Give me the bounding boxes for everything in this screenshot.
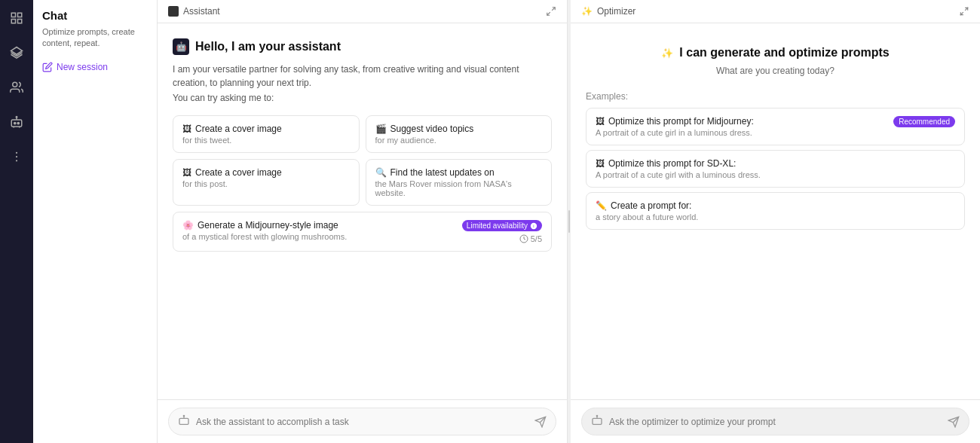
optimizer-greeting: ✨ I can generate and optimize prompts	[661, 46, 889, 60]
examples-section: Examples: 🖼 Optimize this prompt for Mid…	[586, 91, 965, 234]
optimizer-panel: ✨ Optimizer ✨ I can generate and optimiz…	[571, 0, 980, 443]
limited-availability-badge: Limited availability i	[462, 220, 542, 231]
optimizer-send-button[interactable]	[948, 416, 960, 428]
suggestion-grid: 🖼 Create a cover image for this tweet. 🎬…	[173, 115, 552, 206]
suggestion-subtitle-1: for my audience.	[375, 136, 543, 145]
optimizer-body: ✨ I can generate and optimize prompts Wh…	[571, 23, 980, 399]
svg-point-19	[183, 415, 184, 416]
midjourney-count: 5/5	[519, 234, 542, 243]
optimizer-footer	[571, 399, 980, 443]
assistant-input-wrapper	[168, 408, 556, 435]
svg-point-12	[16, 160, 17, 161]
example-left-2: ✏️ Create a prompt for: a story about a …	[596, 200, 698, 222]
suggestion-icon-2: 🖼	[182, 167, 191, 178]
svg-rect-0	[11, 13, 15, 17]
example-title-0: 🖼 Optimize this prompt for Midjourney:	[596, 116, 754, 127]
example-title-2: ✏️ Create a prompt for:	[596, 200, 698, 211]
sidebar	[0, 0, 33, 443]
example-subtitle-1: A portrait of a cute girl with a luminou…	[596, 170, 761, 179]
svg-point-25	[596, 415, 597, 416]
chat-panel-title: Chat	[42, 9, 148, 22]
svg-point-10	[16, 152, 17, 154]
svg-rect-18	[179, 418, 188, 424]
assistant-greeting: 🤖 Hello, I am your assistant	[173, 38, 552, 55]
suggestion-subtitle-3: the Mars Rover mission from NASA's websi…	[375, 179, 543, 197]
assistant-send-button[interactable]	[534, 416, 547, 428]
assistant-intro-line1: I am your versatile partner for solving …	[173, 63, 552, 90]
assistant-input-icon	[178, 414, 190, 429]
bot-icon[interactable]	[6, 112, 27, 133]
assistant-header-label: Assistant	[183, 6, 220, 17]
optimizer-input-icon	[591, 414, 603, 429]
midjourney-icon: 🌸	[182, 220, 194, 231]
suggestion-icon-1: 🎬	[375, 124, 387, 134]
assistant-header-icon	[168, 6, 179, 17]
midjourney-left: 🌸 Generate a Midjourney-style image of a…	[182, 220, 347, 241]
svg-point-11	[16, 156, 17, 157]
optimizer-expand-button[interactable]	[959, 6, 969, 17]
svg-rect-2	[11, 20, 15, 23]
optimizer-chat-input[interactable]	[609, 417, 942, 427]
divider-handle	[568, 210, 570, 233]
example-left-1: 🖼 Optimize this prompt for SD-XL: A port…	[596, 158, 761, 179]
assistant-body: 🤖 Hello, I am your assistant I am your v…	[158, 23, 567, 399]
suggestion-card-1[interactable]: 🎬 Suggest video topics for my audience.	[366, 115, 553, 153]
svg-rect-1	[18, 13, 22, 17]
example-card-1[interactable]: 🖼 Optimize this prompt for SD-XL: A port…	[586, 150, 965, 188]
optimizer-greeting-title: I can generate and optimize prompts	[679, 46, 889, 60]
midjourney-subtitle: of a mystical forest with glowing mushro…	[182, 232, 347, 241]
more-icon[interactable]	[6, 146, 27, 167]
chat-panel-subtitle: Optimize prompts, create content, repeat…	[42, 26, 148, 50]
assistant-greeting-icon: 🤖	[173, 38, 189, 55]
suggestion-title-1: 🎬 Suggest video topics	[375, 124, 543, 134]
optimizer-wand-icon: ✨	[581, 6, 593, 17]
svg-point-9	[16, 117, 17, 118]
new-session-button[interactable]: New session	[42, 59, 148, 75]
example-icon-1: 🖼	[596, 158, 605, 169]
midjourney-title: 🌸 Generate a Midjourney-style image	[182, 220, 347, 231]
users-icon[interactable]	[6, 77, 27, 98]
midjourney-right: Limited availability i 5/5	[462, 220, 542, 243]
assistant-chat-input[interactable]	[196, 417, 528, 427]
chat-panel: Chat Optimize prompts, create content, r…	[33, 0, 158, 443]
examples-label: Examples:	[586, 91, 965, 102]
svg-text:i: i	[533, 224, 534, 228]
suggestion-subtitle-0: for this tweet.	[182, 136, 350, 145]
assistant-expand-button[interactable]	[546, 6, 556, 17]
example-subtitle-0: A portrait of a cute girl in a luminous …	[596, 128, 754, 137]
suggestion-title-0: 🖼 Create a cover image	[182, 124, 350, 134]
midjourney-card[interactable]: 🌸 Generate a Midjourney-style image of a…	[173, 212, 552, 252]
layers-icon[interactable]	[6, 42, 27, 63]
assistant-intro-line2: You can try asking me to:	[173, 91, 552, 105]
example-subtitle-2: a story about a future world.	[596, 212, 698, 222]
suggestion-card-0[interactable]: 🖼 Create a cover image for this tweet.	[173, 115, 360, 153]
recommended-badge: Recommended	[893, 116, 955, 127]
svg-point-7	[14, 122, 16, 124]
suggestion-title-2: 🖼 Create a cover image	[182, 167, 350, 178]
svg-rect-24	[593, 418, 602, 424]
assistant-panel: Assistant 🤖 Hello, I am your assistant I…	[158, 0, 568, 443]
svg-rect-6	[11, 120, 22, 127]
svg-line-14	[547, 12, 550, 15]
new-session-label: New session	[57, 62, 108, 72]
optimizer-greeting-icon: ✨	[661, 47, 673, 59]
assistant-header-left: Assistant	[168, 6, 220, 17]
svg-line-13	[552, 8, 555, 11]
suggestion-icon-0: 🖼	[182, 124, 191, 134]
optimizer-header-label: Optimizer	[597, 6, 635, 17]
example-card-2[interactable]: ✏️ Create a prompt for: a story about a …	[586, 192, 965, 230]
example-card-0[interactable]: 🖼 Optimize this prompt for Midjourney: A…	[586, 108, 965, 145]
assistant-footer	[158, 399, 567, 443]
suggestion-card-3[interactable]: 🔍 Find the latest updates on the Mars Ro…	[366, 159, 553, 206]
svg-point-8	[17, 122, 19, 124]
grid-icon[interactable]	[6, 8, 27, 29]
optimizer-header-left: ✨ Optimizer	[581, 6, 635, 17]
suggestion-icon-3: 🔍	[375, 167, 387, 178]
suggestion-subtitle-2: for this post.	[182, 179, 350, 188]
suggestion-title-3: 🔍 Find the latest updates on	[375, 167, 543, 178]
assistant-intro: I am your versatile partner for solving …	[173, 63, 552, 105]
example-icon-2: ✏️	[596, 200, 607, 211]
suggestion-card-2[interactable]: 🖼 Create a cover image for this post.	[173, 159, 360, 206]
optimizer-question: What are you creating today?	[716, 66, 835, 76]
example-title-1: 🖼 Optimize this prompt for SD-XL:	[596, 158, 761, 169]
